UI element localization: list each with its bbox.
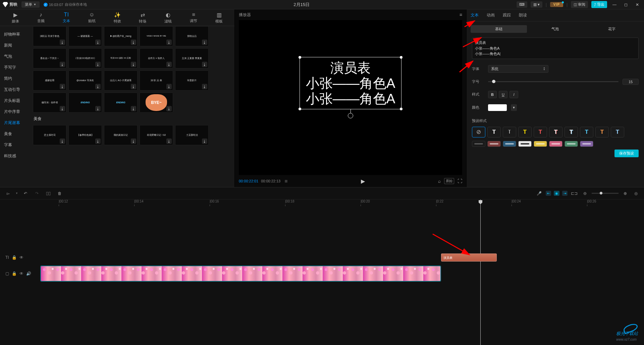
undo-button[interactable]: ↶ xyxy=(21,189,30,197)
category-item[interactable]: 美食 xyxy=(0,128,30,139)
download-icon[interactable]: ⭳ xyxy=(60,106,65,111)
inspector-tab-文本[interactable]: 文本 xyxy=(471,12,479,18)
caption-lines-icon[interactable]: ≣ xyxy=(284,179,288,183)
download-icon[interactable]: ⭳ xyxy=(202,138,207,144)
download-icon[interactable]: ⭳ xyxy=(60,40,65,45)
snap-start-icon[interactable]: ⇤ xyxy=(546,191,551,196)
magnet-icon[interactable]: ⊏⊐ xyxy=(570,189,578,197)
player-menu-icon[interactable]: ≡ xyxy=(460,12,462,17)
layout-icon[interactable]: ▥ ▾ xyxy=(531,1,542,8)
size-slider[interactable] xyxy=(488,81,619,82)
template-thumb[interactable]: VIDEO MADE BY ME⭳ xyxy=(140,26,173,46)
template-thumb[interactable]: 我的厨房日记⭳ xyxy=(104,125,138,145)
asset-tab-转场[interactable]: ⇄转场 xyxy=(130,12,155,24)
asset-tab-贴纸[interactable]: ☺贴纸 xyxy=(79,12,105,23)
template-thumb[interactable]: 编导演：创作者⭳ xyxy=(33,93,66,113)
template-thumb[interactable]: 剪映出品⭳ xyxy=(175,26,209,46)
category-item[interactable]: 片头标题 xyxy=(0,95,30,106)
text-content-input[interactable]: 演员表 小张——角色A 小张——角色A xyxy=(472,38,639,59)
download-icon[interactable]: ⭳ xyxy=(131,84,136,89)
download-icon[interactable]: ⭳ xyxy=(166,106,172,111)
preset-bg[interactable] xyxy=(580,141,593,147)
inspector-subtab-气泡[interactable]: 气泡 xyxy=(527,25,583,33)
template-thumb[interactable]: @creator 导演名⭳ xyxy=(68,70,102,91)
bold-button[interactable]: B xyxy=(488,91,497,98)
track-visible-icon[interactable]: 👁 xyxy=(19,271,23,276)
track-lock-icon[interactable]: 🔒 xyxy=(12,255,17,260)
preset-bg[interactable] xyxy=(518,141,532,147)
preset-style[interactable]: T xyxy=(580,127,593,137)
minimize-icon[interactable]: — xyxy=(610,2,619,7)
save-preset-button[interactable]: 保存预设 xyxy=(614,150,639,157)
preset-style[interactable]: ⊘ xyxy=(472,127,485,137)
text-selection-box[interactable]: 演员表 小张——角色A 小张——角色A xyxy=(300,57,402,109)
zoom-in-icon[interactable]: ⊕ xyxy=(621,189,629,197)
play-button[interactable]: ▶ xyxy=(290,178,435,184)
track-lock-icon[interactable]: 🔒 xyxy=(12,271,17,276)
review-button[interactable]: ◫ 审阅 xyxy=(571,1,588,8)
preset-style[interactable]: T xyxy=(518,127,532,137)
preset-style[interactable]: T xyxy=(487,127,501,137)
text-clip[interactable]: 演员表 xyxy=(441,253,497,262)
download-icon[interactable]: ⭳ xyxy=(60,62,65,67)
asset-tab-音频[interactable]: ♪音频 xyxy=(28,12,54,23)
download-icon[interactable]: ⭳ xyxy=(95,84,101,89)
mic-icon[interactable]: 🎤 xyxy=(535,189,543,197)
category-item[interactable]: 简约 xyxy=(0,73,30,84)
category-item[interactable]: 好物种草 xyxy=(0,29,30,40)
template-thumb[interactable]: BYE~⭳ xyxy=(140,93,173,113)
download-icon[interactable]: ⭳ xyxy=(202,84,207,89)
track-visible-icon[interactable]: 👁 xyxy=(19,255,23,260)
category-item[interactable]: 互动引导 xyxy=(0,84,30,95)
download-icon[interactable]: ⭳ xyxy=(131,40,136,45)
template-thumb[interactable]: 【春季特色菜】⭳ xyxy=(68,125,102,145)
template-thumb[interactable]: 演 职 员 表⭳ xyxy=(140,70,173,91)
asset-tab-模板[interactable]: ▥模板 xyxy=(206,12,232,24)
ratio-button[interactable]: 原始 xyxy=(444,178,454,184)
zoom-fit-icon[interactable]: ◎ xyxy=(632,189,640,197)
download-icon[interactable]: ⭳ xyxy=(95,40,101,45)
template-thumb[interactable]: 出品人 A小·片尾谢幕⭳ xyxy=(104,70,138,91)
download-icon[interactable]: ⭳ xyxy=(131,106,136,111)
preset-bg[interactable] xyxy=(503,141,516,147)
asset-tab-文本[interactable]: TI文本 xyxy=(54,12,79,23)
preset-bg[interactable] xyxy=(565,141,578,147)
download-icon[interactable]: ⭳ xyxy=(166,84,172,89)
color-swatch[interactable] xyxy=(488,104,507,111)
color-dropdown[interactable]: ▼ xyxy=(511,104,517,111)
vip-badge[interactable]: VIP xyxy=(550,2,563,7)
preset-style[interactable]: T xyxy=(611,127,624,137)
preset-style[interactable]: T xyxy=(565,127,578,137)
category-item[interactable]: 片中序章 xyxy=(0,106,30,117)
menu-button[interactable]: 菜单▼ xyxy=(21,1,40,8)
split-button[interactable]: ⌷⌷ xyxy=(44,189,52,197)
category-item[interactable]: 手写字 xyxy=(0,62,30,73)
inspector-subtab-基础[interactable]: 基础 xyxy=(471,25,527,33)
inspector-subtab-花字[interactable]: 花字 xyxy=(584,25,640,33)
asset-tab-特效[interactable]: ✨特效 xyxy=(105,12,130,24)
template-thumb[interactable]: 感谢使用⭳ xyxy=(33,70,66,91)
time-ruler[interactable]: |00:12|00:14|00:16|00:18|00:20|0:22|00:2… xyxy=(40,199,644,207)
preset-style[interactable]: T xyxy=(503,127,516,137)
fullscreen-icon[interactable]: ⛶ xyxy=(458,178,462,184)
download-icon[interactable]: ⭳ xyxy=(95,138,101,144)
download-icon[interactable]: ⭳ xyxy=(202,40,207,45)
template-thumb[interactable]: 芝士厚吐司⭳ xyxy=(33,125,66,145)
download-icon[interactable]: ⭳ xyxy=(131,62,136,67)
preview-canvas[interactable]: 演员表 小张——角色A 小张——角色A xyxy=(239,20,462,175)
category-item[interactable]: 科技感 xyxy=(0,151,30,162)
download-icon[interactable]: ⭳ xyxy=(166,62,172,67)
download-icon[interactable]: ⭳ xyxy=(166,138,172,144)
template-thumb[interactable]: ENDING⭳ xyxy=(68,93,102,113)
category-item[interactable]: 片尾谢幕 xyxy=(0,117,30,128)
download-icon[interactable]: ⭳ xyxy=(202,62,207,67)
template-thumb[interactable]: — 谢谢观看 —⭳ xyxy=(68,26,102,46)
template-thumb[interactable]: 主演 王某某 李某某⭳ xyxy=(175,48,209,68)
preset-bg[interactable] xyxy=(549,141,562,147)
select-tool-icon[interactable]: ▻ xyxy=(4,189,12,197)
maximize-icon[interactable]: ◻ xyxy=(622,2,630,7)
preset-bg[interactable] xyxy=(472,141,485,147)
preset-style[interactable]: T xyxy=(534,127,547,137)
download-icon[interactable]: ⭳ xyxy=(95,62,101,67)
asset-tab-调节[interactable]: ≡调节 xyxy=(181,12,206,23)
